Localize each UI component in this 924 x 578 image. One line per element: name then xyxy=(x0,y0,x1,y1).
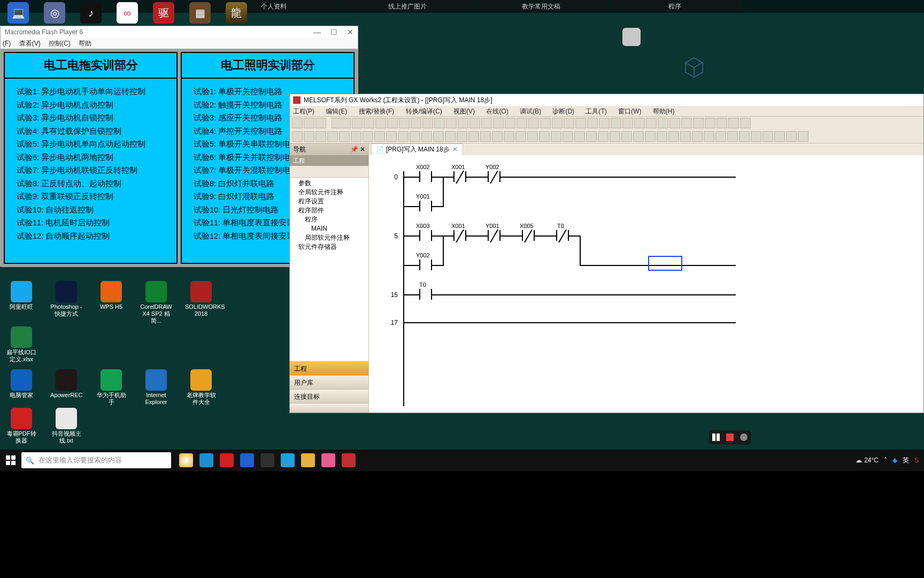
taskbar-app-flash[interactable] xyxy=(258,451,277,470)
gx-menu-project[interactable]: 工程(P) xyxy=(293,108,314,115)
nav-pin-icon[interactable]: 📌 ✕ xyxy=(350,143,365,155)
gx-menu-edit[interactable]: 编辑(E) xyxy=(326,108,347,115)
tb-button[interactable] xyxy=(387,118,398,128)
shortcut-browser-icon[interactable]: ◎ xyxy=(44,2,65,24)
desktop-icon[interactable]: SOLIDWORKS 2018 xyxy=(185,281,217,324)
gx-menu-debug[interactable]: 调试(B) xyxy=(520,108,541,115)
tb-button[interactable] xyxy=(539,131,550,142)
flash-menubar[interactable]: (F) 查看(V) 控制(C) 帮助 xyxy=(1,38,358,49)
tb-button[interactable] xyxy=(715,131,726,142)
exp-item[interactable]: 试验7: 异步电动机联锁正反转控制 xyxy=(17,164,165,177)
tb-button[interactable] xyxy=(493,118,504,128)
nav-mini-toolbar[interactable] xyxy=(290,166,368,178)
tb-button[interactable] xyxy=(481,118,492,128)
tb-button[interactable] xyxy=(717,118,727,128)
taskbar-search[interactable]: 🔍 在这里输入你要搜索的内容 xyxy=(21,452,171,468)
exp-item[interactable]: 试验2: 异步电动机点动控制 xyxy=(17,98,165,112)
nav-section-connection[interactable]: 连接目标 xyxy=(290,389,368,403)
tb-button[interactable] xyxy=(375,118,386,128)
editor-tab-main[interactable]: 📄 [PRG]写入 MAIN 18步 ✕ xyxy=(371,143,463,155)
tb-save-icon[interactable] xyxy=(315,118,326,128)
desktop-icon[interactable]: Internet Explorer xyxy=(140,369,172,406)
floating-widget-icon[interactable] xyxy=(622,28,641,46)
ladder-cursor[interactable] xyxy=(648,256,682,271)
gx-menubar[interactable]: 工程(P) 编辑(E) 搜索/替换(F) 转换/编译(C) 视图(V) 在线(O… xyxy=(290,106,923,117)
tb-button[interactable] xyxy=(421,131,432,142)
tb-button[interactable] xyxy=(599,118,610,128)
tb-button[interactable] xyxy=(587,118,598,128)
desktop-icon[interactable]: 抖音视频主线.txt xyxy=(50,408,82,444)
tb-button[interactable] xyxy=(386,131,397,142)
tb-button[interactable] xyxy=(352,118,363,128)
tb-button[interactable] xyxy=(363,131,373,142)
tb-button[interactable] xyxy=(634,118,645,128)
tb-button[interactable] xyxy=(457,131,467,142)
tb-button[interactable] xyxy=(327,131,338,142)
gx-menu-window[interactable]: 窗口(W) xyxy=(618,108,641,115)
exp-item[interactable]: 试验9: 双重联锁正反转控制 xyxy=(17,190,165,203)
contact-no[interactable] xyxy=(419,171,432,182)
tb-button[interactable] xyxy=(751,131,761,142)
flash-menu-control[interactable]: 控制(C) xyxy=(49,40,71,47)
exp-item[interactable]: 试验4: 具有过载保护自锁控制 xyxy=(17,125,165,138)
tb-button[interactable] xyxy=(705,118,715,128)
contact-nc[interactable] xyxy=(522,230,535,241)
taskbar-app-browser2[interactable] xyxy=(278,451,297,470)
tb-button[interactable] xyxy=(399,118,410,128)
tree-prog-setting[interactable]: 程序设置 xyxy=(291,197,367,206)
gx-menu-online[interactable]: 在线(O) xyxy=(486,108,508,115)
exp-item[interactable]: 试验12: 自动顺序起动控制 xyxy=(17,230,165,243)
tb-button[interactable] xyxy=(422,118,433,128)
tb-button[interactable] xyxy=(351,131,361,142)
contact-nc[interactable] xyxy=(453,171,466,182)
exp-item[interactable]: 试验11: 电机延时启动控制 xyxy=(17,216,165,230)
flash-close-icon[interactable]: ✕ xyxy=(347,26,353,38)
taskbar-app-pink[interactable] xyxy=(319,451,338,470)
tb-button[interactable] xyxy=(374,131,385,142)
exp-item[interactable]: 试验5: 异步电动机单向点动起动控制 xyxy=(17,138,165,151)
tray-chevron-icon[interactable]: ˄ xyxy=(884,457,887,464)
tb-button[interactable] xyxy=(564,118,574,128)
start-button[interactable] xyxy=(0,450,21,471)
tb-button[interactable] xyxy=(658,118,668,128)
desktop-icon[interactable]: 扁平线IO口定义.xlsx xyxy=(5,326,37,363)
desktop-icon[interactable]: CorelDRAW X4 SP2 精简... xyxy=(140,281,172,324)
nav-section-userlib[interactable]: 用户库 xyxy=(290,375,368,389)
flash-menu-view[interactable]: 查看(V) xyxy=(19,40,41,47)
recorder-record-icon[interactable] xyxy=(740,434,748,441)
tb-button[interactable] xyxy=(339,131,350,142)
tb-button[interactable] xyxy=(505,118,515,128)
tb-button[interactable] xyxy=(575,118,586,128)
tb-button[interactable] xyxy=(410,131,420,142)
tb-button[interactable] xyxy=(798,131,808,142)
tb-button[interactable] xyxy=(680,131,691,142)
screen-recorder-controls[interactable] xyxy=(709,430,751,444)
tray-weather[interactable]: ☁ 24°C xyxy=(856,457,879,464)
flash-min-icon[interactable]: — xyxy=(313,26,321,38)
tb-button[interactable] xyxy=(480,131,491,142)
tb-button[interactable] xyxy=(681,118,692,128)
tb-button[interactable] xyxy=(315,131,326,142)
tb-button[interactable] xyxy=(727,131,738,142)
tb-button[interactable] xyxy=(527,131,538,142)
tb-button[interactable] xyxy=(574,131,585,142)
contact-no[interactable] xyxy=(419,230,432,241)
tb-open-icon[interactable] xyxy=(304,118,314,128)
gx-menu-search[interactable]: 搜索/替换(F) xyxy=(359,108,395,115)
shortcut-driver-icon[interactable]: 驱 xyxy=(153,2,174,24)
top-menu-promo[interactable]: 线上推广图片 xyxy=(341,0,474,13)
taskbar-app-blue[interactable] xyxy=(237,451,257,470)
tb-button[interactable] xyxy=(411,118,421,128)
gx-menu-diag[interactable]: 诊断(D) xyxy=(552,108,574,115)
exp-item[interactable]: 试验10: 自动往返控制 xyxy=(17,203,165,217)
top-menu-programs[interactable]: 程序 xyxy=(609,0,741,13)
tree-main[interactable]: MAIN xyxy=(291,224,367,233)
gx-menu-tools[interactable]: 工具(T) xyxy=(586,108,606,115)
gx-menu-view[interactable]: 视图(V) xyxy=(453,108,475,115)
desktop-icon[interactable]: 老牌教学软件大全 xyxy=(185,369,217,406)
exp-item[interactable]: 试验6: 异步电动机两地控制 xyxy=(17,151,165,164)
contact-no[interactable] xyxy=(419,289,432,300)
tb-button[interactable] xyxy=(669,118,680,128)
ladder-editor[interactable]: 📄 [PRG]写入 MAIN 18步 ✕ 0 5 15 17 X002 X001 xyxy=(369,143,923,413)
tb-button[interactable] xyxy=(458,118,468,128)
